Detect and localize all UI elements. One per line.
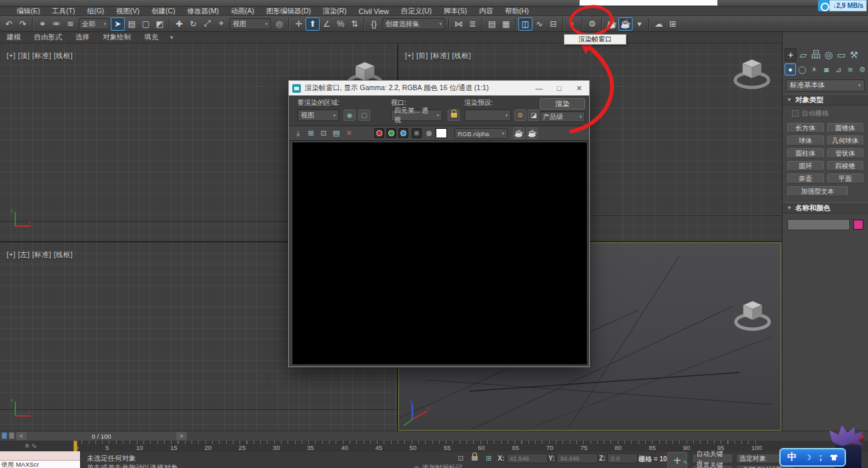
rollout-name-color[interactable]: ▼ 名称和颜色	[783, 202, 868, 214]
edit-named-selection-sets-button[interactable]: {}	[367, 17, 381, 31]
window-crossing-toggle[interactable]: ◩	[153, 17, 167, 31]
snaps-toggle[interactable]: ⬆	[306, 17, 320, 31]
percent-snap-toggle[interactable]: %	[334, 17, 348, 31]
ime-toolbar[interactable]: 中 ☽ ;	[779, 448, 846, 467]
select-and-manipulate-button[interactable]: ✛	[292, 17, 306, 31]
mini-curve-editor-button[interactable]	[1, 432, 7, 439]
unlink-selection-button[interactable]: ⚮	[49, 17, 63, 31]
copy-image-button[interactable]: ⊞	[306, 128, 316, 138]
set-key-button[interactable]: 设置关键点	[692, 465, 733, 468]
menu-item[interactable]: 自定义(U)	[395, 7, 438, 16]
use-pivot-point-center-button[interactable]: ◎	[272, 17, 286, 31]
tab-create[interactable]: +	[785, 48, 797, 61]
dialog-titlebar[interactable]: 渲染帧窗口, 显示 Gamma: 2.2, RGBA 颜色 16 位/通道 (1…	[289, 81, 589, 95]
print-image-button[interactable]: ▤	[331, 128, 342, 138]
ime-skin-icon[interactable]	[830, 455, 838, 461]
ribbon-chevron-icon[interactable]: ▾	[165, 34, 179, 41]
area-to-render-dropdown[interactable]: 视图 ▾	[298, 109, 339, 121]
object-type-button[interactable]: 几何球体	[827, 136, 864, 146]
select-and-move-button[interactable]: ✚	[172, 17, 186, 31]
ribbon-tab[interactable]: 自由形式	[27, 33, 69, 42]
bind-to-space-warp-button[interactable]: ≋	[63, 17, 77, 31]
previous-frame-button[interactable]: <	[16, 433, 27, 439]
object-type-button[interactable]: 茶壶	[787, 174, 824, 184]
track-bar[interactable]: ≡∿ 0510152025303540455055606570758085909…	[0, 440, 868, 452]
viewport-front-label[interactable]: [+] [前] [标准] [线框]	[405, 51, 471, 61]
selection-lock-toggle[interactable]	[470, 453, 480, 463]
titlebar-search-box[interactable]	[579, 0, 718, 6]
render-mode-dropdown[interactable]: 产品级 ▾	[540, 111, 585, 122]
viewport-top-label[interactable]: [+] [顶] [标准] [线框]	[7, 51, 73, 61]
ribbon-tab[interactable]: 填充	[137, 33, 165, 42]
menu-item[interactable]: 工具(T)	[46, 7, 81, 16]
select-and-place-button[interactable]: ⌖	[214, 17, 228, 31]
ime-moon-icon[interactable]: ☽	[805, 453, 811, 462]
rendered-frame-window-button[interactable]: ☕	[618, 17, 632, 31]
redo-button[interactable]: ↷	[16, 17, 30, 31]
menu-item[interactable]: 视图(V)	[110, 7, 145, 16]
category-helpers[interactable]: ⊿	[833, 63, 844, 75]
mirror-button[interactable]: ⋈	[452, 17, 466, 31]
quick-render-button[interactable]: ☕	[604, 17, 618, 31]
background-color-swatch[interactable]	[436, 128, 447, 138]
material-editor-button[interactable]: ◐	[566, 17, 580, 31]
add-time-tag[interactable]: ◷ 添加时间标记	[414, 463, 462, 468]
category-cameras[interactable]: ◙	[821, 63, 832, 75]
tab-motion[interactable]: ◎	[823, 48, 835, 61]
toggle-ribbon-button[interactable]: ◫	[518, 17, 532, 31]
tab-utilities[interactable]: ⚒	[848, 48, 860, 61]
render-setup-button[interactable]: ⚙	[585, 17, 599, 31]
object-color-swatch[interactable]	[853, 220, 863, 230]
rectangular-selection-region-button[interactable]: ▢	[139, 17, 153, 31]
object-type-button[interactable]: 四棱锥	[827, 161, 864, 171]
object-type-button[interactable]: 球体	[787, 136, 824, 146]
tab-modify[interactable]: ▱	[797, 48, 809, 61]
render-button[interactable]: 渲染	[540, 98, 585, 109]
menu-item[interactable]: 图形编辑器(D)	[260, 7, 317, 16]
toggle-scene-explorer-button[interactable]: ▤	[485, 17, 499, 31]
object-type-button[interactable]: 圆柱体	[787, 148, 824, 158]
menu-item[interactable]: 创建(C)	[145, 7, 181, 16]
menu-item[interactable]: 脚本(S)	[438, 7, 473, 16]
render-preset-dropdown[interactable]: ▾	[464, 109, 511, 121]
object-type-button[interactable]: 圆锥体	[827, 123, 864, 133]
tab-display[interactable]: ▭	[835, 48, 847, 61]
render-setup-button[interactable]: ⚙	[514, 109, 526, 121]
category-space-warps[interactable]: ≋	[845, 63, 856, 75]
select-object-button[interactable]: ➤	[111, 17, 125, 31]
select-by-name-button[interactable]: ▤	[125, 17, 139, 31]
clone-window-button[interactable]: ⊡	[318, 128, 329, 138]
curve-editor-button[interactable]: ∿	[532, 17, 546, 31]
select-and-link-button[interactable]: ⚭	[35, 17, 49, 31]
next-frame-button[interactable]: >	[176, 433, 187, 439]
auto-region-button[interactable]: ▢	[358, 109, 370, 121]
category-systems[interactable]: ⚙	[857, 63, 868, 75]
ime-punctuation-icon[interactable]: ;	[819, 453, 822, 462]
named-selection-sets-dropdown[interactable]: 创建选择集▾	[382, 18, 445, 29]
absolute-mode-transform-toggle[interactable]: ⊞	[484, 453, 494, 463]
maxscript-pink-line[interactable]	[0, 451, 80, 461]
save-image-button[interactable]: ⤓	[293, 128, 304, 138]
object-type-button[interactable]: 长方体	[787, 123, 824, 133]
x-value-field[interactable]: 41.546	[506, 453, 548, 463]
menu-item[interactable]: 动画(A)	[225, 7, 260, 16]
viewcube[interactable]	[733, 296, 772, 335]
rollout-object-type[interactable]: ▼ 对象类型	[783, 94, 868, 105]
menu-item[interactable]: 渲染(R)	[317, 7, 353, 16]
selection-filter-dropdown[interactable]: 全部▾	[79, 18, 109, 29]
primitive-category-dropdown[interactable]: 标准基本体 ▾	[786, 79, 865, 91]
clear-button[interactable]: ✕	[344, 128, 354, 138]
undo-button[interactable]: ↶	[2, 17, 16, 31]
time-slider[interactable]: < 0 / 100 >	[16, 432, 187, 440]
edit-region-button[interactable]: ◉	[344, 109, 356, 121]
timeline-splitter-handle[interactable]	[9, 432, 15, 439]
menu-item[interactable]: 编辑(E)	[11, 7, 46, 16]
menu-item[interactable]: 内容	[473, 7, 499, 16]
category-shapes[interactable]: ◯	[797, 63, 808, 75]
reference-coordinate-system-dropdown[interactable]: 视图▾	[230, 18, 271, 29]
channel-display-dropdown[interactable]: RGB Alpha ▾	[454, 128, 508, 139]
select-and-scale-button[interactable]: ⤢	[200, 17, 214, 31]
viewcube[interactable]	[733, 55, 771, 93]
object-type-button[interactable]: 平面	[827, 174, 864, 184]
render-in-cloud-button[interactable]: ☁	[652, 17, 666, 31]
